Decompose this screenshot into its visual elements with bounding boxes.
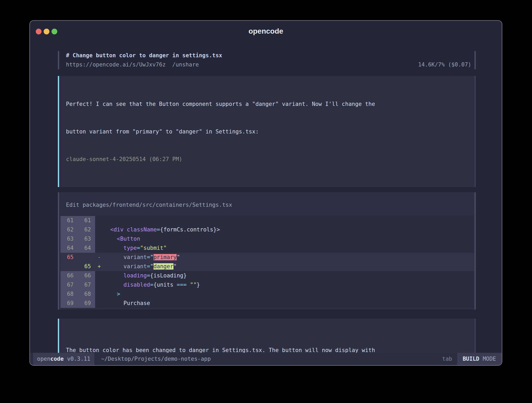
diff-old-lineno: 61 <box>60 216 78 225</box>
diff-new-lineno: 69 <box>78 299 95 308</box>
status-bar: opencodev0.3.11 ~/Desktop/Projects/demo-… <box>30 353 502 365</box>
code-token: > <box>217 226 220 233</box>
code-token: " <box>173 263 177 270</box>
card-right-bar <box>474 192 476 309</box>
code-token <box>104 282 124 288</box>
unshare-command[interactable]: /unshare <box>172 60 199 69</box>
code-token <box>104 272 124 279</box>
app-name-open: open <box>37 356 50 362</box>
message-text: Perfect! I can see that the Button compo… <box>66 100 474 109</box>
diff-marker <box>95 290 104 299</box>
token-cost-stats: 14.6K/7% ($0.07) <box>418 60 474 69</box>
diff-marker <box>95 216 104 225</box>
code-token: disabled <box>124 282 150 288</box>
mode-label-build: BUILD <box>463 356 479 362</box>
app-version: v0.3.11 <box>67 356 90 362</box>
code-token: primary <box>154 254 177 260</box>
diff-old-lineno: 66 <box>60 271 78 280</box>
code-token: === <box>177 282 187 288</box>
code-token: Purchase <box>124 300 150 306</box>
diff-code-line: variant="primary" <box>104 253 474 262</box>
diff-row: 6464 type="submit" <box>60 244 474 253</box>
code-token: {formCs.controls} <box>160 226 217 233</box>
diff-marker <box>95 234 104 244</box>
app-version-segment: opencodev0.3.11 <box>33 353 94 365</box>
code-token <box>104 263 124 270</box>
diff-row: 6868 > <box>60 290 474 299</box>
diff-row: 6666 loading={isLoading} <box>60 271 474 280</box>
diff-old-lineno: 62 <box>60 225 78 234</box>
code-token: } <box>197 282 200 288</box>
code-token: danger <box>154 263 173 270</box>
edit-tool-card: Edit packages/frontend/src/containers/Se… <box>58 192 476 309</box>
mode-label-mode: MODE <box>483 356 496 362</box>
message-model-timestamp: claude-sonnet-4-20250514 (06:27 PM) <box>66 155 474 164</box>
diff-row: 6161 <box>60 216 474 225</box>
code-token: = <box>157 226 160 233</box>
diff-code-line: > <box>104 290 474 299</box>
message-right-bar <box>474 76 476 187</box>
diff-old-lineno <box>60 262 78 271</box>
diff-old-lineno: 63 <box>60 234 78 244</box>
diff-code-line: <Button <box>104 234 474 244</box>
session-header: # Change button color to danger in setti… <box>58 51 476 69</box>
diff-new-lineno: 66 <box>78 271 95 280</box>
diff-old-lineno: 69 <box>60 299 78 308</box>
diff-new-lineno: 62 <box>78 225 95 234</box>
code-token: = <box>150 282 154 288</box>
build-mode-segment[interactable]: BUILDMODE <box>457 353 502 365</box>
diff-code-line: <div className={formCs.controls}> <box>104 225 474 234</box>
code-token: variant <box>124 263 147 270</box>
opencode-window: opencode # Change button color to danger… <box>29 20 502 366</box>
window-title: opencode <box>30 27 502 35</box>
message-text: button variant from "primary" to "danger… <box>66 127 474 136</box>
code-token: "" <box>190 282 197 288</box>
session-right-bar <box>474 51 476 69</box>
code-token: = <box>147 263 150 270</box>
diff-marker: - <box>95 253 104 262</box>
code-token <box>104 291 117 297</box>
code-token <box>104 226 110 233</box>
diff-marker: + <box>95 262 104 271</box>
diff-marker <box>95 271 104 280</box>
diff-code-line: loading={isLoading} <box>104 271 474 280</box>
diff-old-lineno: 68 <box>60 290 78 299</box>
session-share-url[interactable]: https://opencode.ai/s/UwJxv76z <box>66 60 166 69</box>
diff-new-lineno: 68 <box>78 290 95 299</box>
diff-row: 6262 <div className={formCs.controls}> <box>60 225 474 234</box>
code-token: className <box>127 226 157 233</box>
diff-old-lineno: 67 <box>60 280 78 290</box>
code-token: {isLoading} <box>150 272 187 279</box>
diff-row: 6969 Purchase <box>60 299 474 308</box>
code-token: <div <box>110 226 124 233</box>
code-token: = <box>137 245 140 251</box>
diff-new-lineno: 63 <box>78 234 95 244</box>
code-token: variant <box>124 254 147 260</box>
diff-row: 6767 disabled={units === ""} <box>60 280 474 290</box>
working-directory: ~/Desktop/Projects/demo-notes-app <box>101 353 211 365</box>
diff-code-line <box>104 216 474 225</box>
diff-marker <box>95 225 104 234</box>
app-name-code: code <box>50 356 64 362</box>
code-token: "submit" <box>140 245 167 251</box>
code-token: = <box>147 272 150 279</box>
diff-old-lineno: 65 <box>60 253 78 262</box>
code-token <box>104 300 124 306</box>
diff-row: 6363 <Button <box>60 234 474 244</box>
code-token: type <box>124 245 137 251</box>
code-token <box>104 245 124 251</box>
code-token: > <box>117 291 120 297</box>
diff-row: 65- variant="primary" <box>60 253 474 262</box>
titlebar: opencode <box>30 21 502 36</box>
diff-old-lineno: 64 <box>60 244 78 253</box>
diff-code-line: Purchase <box>104 299 474 308</box>
diff-new-lineno: 64 <box>78 244 95 253</box>
code-token: " <box>150 254 154 260</box>
code-diff: 61616262 <div className={formCs.controls… <box>59 216 474 309</box>
code-token: {units <box>154 282 177 288</box>
diff-new-lineno: 65 <box>78 262 95 271</box>
code-token: loading <box>124 272 147 279</box>
diff-code-line: variant="danger" <box>104 262 474 271</box>
assistant-message: Perfect! I can see that the Button compo… <box>58 76 476 187</box>
main-content: # Change button color to danger in setti… <box>30 51 502 366</box>
